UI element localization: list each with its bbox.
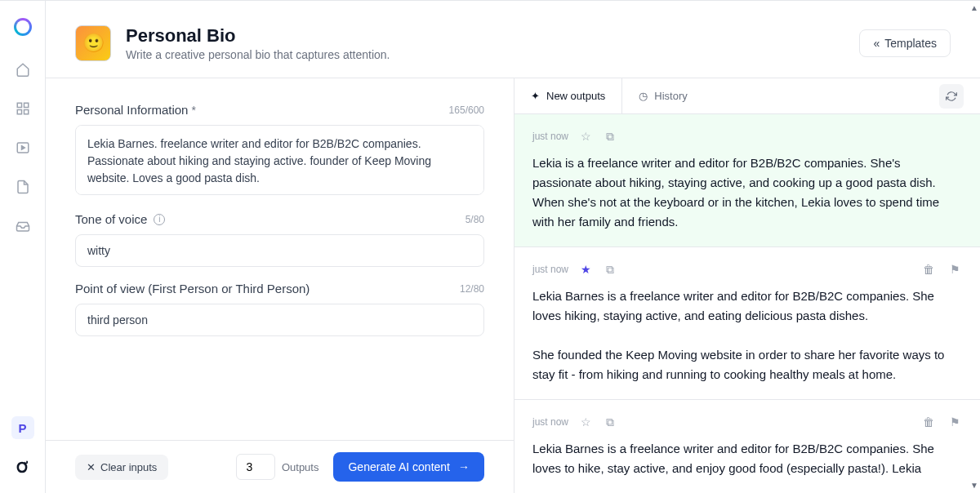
tone-label: Tone of voice: [75, 212, 147, 226]
svg-rect-3: [24, 110, 28, 114]
copy-icon[interactable]: ⧉: [603, 129, 617, 144]
templates-button[interactable]: « Templates: [859, 29, 951, 57]
page-title: Personal Bio: [126, 25, 390, 47]
app-logo-icon[interactable]: [11, 16, 34, 38]
browser-scrollbar[interactable]: ▲ ▼: [969, 3, 980, 490]
sparkle-icon: ✦: [531, 90, 540, 102]
svg-rect-1: [24, 103, 28, 107]
inbox-icon[interactable]: [15, 218, 31, 234]
pov-counter: 12/80: [460, 283, 484, 295]
star-icon[interactable]: ☆: [578, 415, 593, 429]
svg-rect-2: [17, 110, 21, 114]
delete-icon[interactable]: 🗑: [921, 262, 936, 277]
tab-history[interactable]: ◷ History: [622, 78, 703, 113]
output-card[interactable]: just now☆⧉Lekia is a freelance writer an…: [514, 114, 980, 247]
tone-counter: 5/80: [466, 214, 484, 225]
output-timestamp: just now: [532, 264, 568, 275]
arrow-right-icon: →: [458, 460, 470, 473]
output-card[interactable]: just now★⧉🗑⚑Lekia Barnes is a freelance …: [514, 247, 980, 400]
tool-icon: 🙂: [75, 25, 111, 61]
output-text: Lekia Barnes is a freelance writer and e…: [532, 439, 962, 478]
sidebar: P Ơ: [0, 1, 46, 493]
flag-icon[interactable]: ⚑: [947, 262, 962, 277]
user-avatar[interactable]: P: [11, 416, 34, 439]
home-icon[interactable]: [15, 61, 31, 78]
app: P Ơ 🙂 Personal Bio Write a creative pers…: [0, 0, 980, 493]
output-panel: ✦ New outputs ◷ History just now☆⧉Lekia …: [514, 78, 980, 493]
output-timestamp: just now: [532, 131, 568, 142]
scroll-up-icon[interactable]: ▲: [970, 3, 978, 12]
star-icon[interactable]: ★: [578, 262, 593, 277]
output-timestamp: just now: [532, 416, 568, 428]
copy-icon[interactable]: ⧉: [603, 262, 617, 277]
refresh-button[interactable]: [939, 84, 964, 109]
document-icon[interactable]: [15, 179, 31, 195]
tab-new-outputs[interactable]: ✦ New outputs: [514, 78, 622, 113]
personal-info-label: Personal Information: [75, 103, 188, 117]
personal-info-input[interactable]: [75, 125, 484, 195]
generate-button[interactable]: Generate AI content →: [333, 452, 484, 482]
output-card[interactable]: just now☆⧉🗑⚑Lekia Barnes is a freelance …: [514, 400, 980, 493]
chevrons-left-icon: «: [873, 37, 880, 50]
svg-rect-0: [17, 103, 21, 107]
brand-icon[interactable]: Ơ: [14, 459, 32, 477]
outputs-count-input[interactable]: [236, 454, 275, 480]
x-icon: ✕: [87, 461, 96, 473]
clear-inputs-button[interactable]: ✕ Clear inputs: [75, 455, 168, 480]
pov-label: Point of view (First Person or Third Per…: [75, 282, 310, 295]
outputs-count-label: Outputs: [282, 461, 319, 473]
output-text: Lekia is a freelance writer and editor f…: [532, 153, 962, 232]
templates-grid-icon[interactable]: [15, 100, 31, 117]
page-subtitle: Write a creative personal bio that captu…: [126, 48, 390, 61]
flag-icon[interactable]: ⚑: [947, 415, 962, 429]
star-icon[interactable]: ☆: [578, 129, 593, 144]
pov-input[interactable]: [75, 304, 484, 336]
tone-input[interactable]: [75, 234, 484, 267]
required-indicator: *: [191, 104, 195, 117]
output-text: Lekia Barnes is a freelance writer and e…: [532, 286, 962, 384]
clock-icon: ◷: [639, 90, 648, 102]
info-icon[interactable]: i: [154, 214, 165, 225]
delete-icon[interactable]: 🗑: [921, 415, 936, 429]
scroll-down-icon[interactable]: ▼: [970, 481, 978, 490]
personal-info-counter: 165/600: [449, 104, 484, 116]
play-box-icon[interactable]: [15, 140, 31, 156]
form-panel: Personal Information * 165/600 Tone of v…: [46, 78, 514, 493]
copy-icon[interactable]: ⧉: [603, 415, 617, 429]
page-header: 🙂 Personal Bio Write a creative personal…: [46, 1, 980, 78]
